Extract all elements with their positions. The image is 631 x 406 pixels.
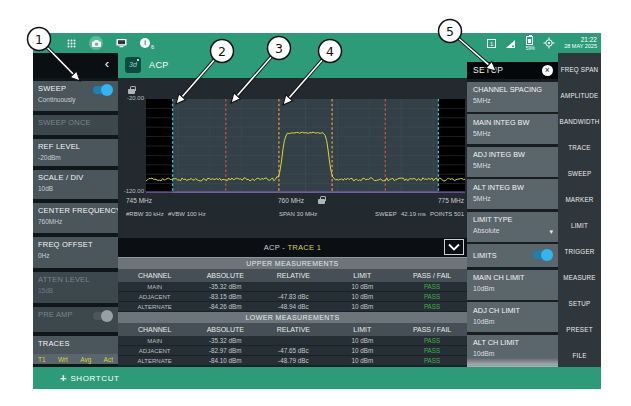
expand-measurements-button[interactable] — [444, 239, 464, 255]
table-row: ADJACENT-83.15 dBm-47.83 dBc10 dBmPASS — [118, 292, 467, 302]
setup-panel: SETUP × CHANNEL SPACING5MHzMAIN INTEG BW… — [467, 62, 558, 367]
x-tick-center: 760 MHz — [278, 197, 304, 204]
sidebar-item-pre-amp[interactable]: PRE AMP — [33, 307, 118, 332]
sidebar: SWEEPContinuouslySWEEP ONCEREF LEVEL-20d… — [33, 78, 118, 367]
x-tick-right: 775 MHz — [438, 197, 464, 204]
vbw-value: #VBW 100 Hz — [168, 211, 206, 217]
x-tick-left: 745 MHz — [126, 197, 152, 204]
camera-icon[interactable] — [89, 36, 103, 50]
table-row: MAIN-35.32 dBm10 dBmPASS — [118, 282, 467, 292]
pass-fail-value: PASS — [397, 283, 467, 290]
trace-selector-label: ACP - TRACE 1 — [118, 238, 467, 257]
documentation-figure: i6 1 59% 21:22 28 MAY 2025 — [0, 0, 631, 406]
date: 28 MAY 2025 — [564, 43, 597, 50]
setup-item-adj-ch-limit[interactable]: ADJ CH LIMIT10dBm — [467, 302, 558, 332]
chart-area: -20.00 -120.00 745 MHz 760 MHz 775 MHz #… — [118, 78, 467, 238]
table-row: MAIN-35.32 dBm10 dBmPASS — [118, 336, 467, 346]
pre-amp-toggle[interactable] — [93, 312, 112, 320]
menu-item-trace[interactable]: TRACE — [558, 134, 601, 160]
sidebar-item-atten-level[interactable]: ATTEN LEVEL15dB — [33, 272, 118, 303]
battery-icon: 59% — [525, 33, 534, 53]
setup-item-channel-spacing[interactable]: CHANNEL SPACING5MHz — [467, 82, 558, 112]
plus-icon: + — [60, 372, 66, 384]
acp-app-icon: 3d — [125, 57, 141, 73]
tab-title[interactable]: ACP — [149, 60, 169, 70]
pass-fail-value: PASS — [397, 337, 467, 344]
trace-tag[interactable]: Wrt — [58, 356, 68, 363]
menu-item-sweep[interactable]: SWEEP — [558, 160, 601, 186]
setup-item-alt-integ-bw[interactable]: ALT INTEG BW5MHz — [467, 179, 558, 209]
info-count: 6 — [151, 44, 154, 50]
trace-bar-prefix: ACP - — [264, 243, 288, 252]
right-menu: FREQ SPANAMPLITUDEBANDWIDTHTRACESWEEPMAR… — [558, 53, 601, 367]
menu-item-file[interactable]: FILE — [558, 342, 601, 368]
section-title: LOWER MEASUREMENTS — [118, 312, 467, 323]
sidebar-item-freq-offset[interactable]: FREQ OFFSET0Hz — [33, 237, 118, 268]
gps-icon — [543, 37, 555, 49]
menu-item-measure[interactable]: MEASURE — [558, 264, 601, 290]
apps-grid-icon[interactable] — [67, 39, 76, 48]
spectrum-plot[interactable] — [146, 99, 465, 193]
sweep-toggle[interactable] — [93, 86, 112, 94]
table-row: ADJACENT-82.97 dBm-47.65 dBc10 dBmPASS — [118, 346, 467, 356]
section-title: UPPER MEASUREMENTS — [118, 258, 467, 269]
menu-item-amplitude[interactable]: AMPLITUDE — [558, 82, 601, 108]
sidebar-item-ref-level[interactable]: REF LEVEL-20dBm — [33, 139, 118, 166]
shortcut-label: SHORTCUT — [70, 374, 119, 383]
trace-tag[interactable]: T1 — [38, 356, 46, 363]
sweep-status-row: #RBW 30 kHz #VBW 100 Hz SPAN 30 MHz SWEE… — [118, 211, 467, 219]
setup-panel-header: SETUP × — [467, 62, 558, 79]
setup-item-main-integ-bw[interactable]: MAIN INTEG BW5MHz — [467, 114, 558, 144]
setup-item-main-ch-limit[interactable]: MAIN CH LIMIT10dBm — [467, 270, 558, 300]
display-icon[interactable] — [116, 38, 127, 48]
sweep-label: SWEEP — [375, 211, 397, 217]
table-header-row: CHANNELABSOLUTERELATIVELIMITPASS / FAIL — [118, 323, 467, 336]
chevron-left-icon[interactable]: ‹ — [105, 56, 109, 71]
setup-item-limits[interactable]: LIMITS — [467, 244, 558, 267]
bottom-bar: + SHORTCUT — [33, 367, 601, 389]
menu-item-marker[interactable]: MARKER — [558, 186, 601, 212]
info-icon[interactable]: i6 — [140, 37, 154, 50]
scroll-fade — [467, 358, 558, 367]
setup-panel-title: SETUP — [473, 65, 503, 75]
menu-item-limit[interactable]: LIMIT — [558, 212, 601, 238]
menu-item-trigger[interactable]: TRIGGER — [558, 238, 601, 264]
span-value: SPAN 30 MHz — [279, 211, 317, 217]
time: 21:22 — [564, 36, 597, 43]
measurement-tables: UPPER MEASUREMENTSCHANNELABSOLUTERELATIV… — [118, 257, 467, 367]
pass-fail-value: PASS — [397, 347, 467, 354]
sidebar-item-scale-div[interactable]: SCALE / DIV10dB — [33, 170, 118, 199]
add-shortcut-button[interactable]: + SHORTCUT — [60, 367, 120, 389]
limits-toggle[interactable] — [533, 251, 552, 259]
menu-item-freq-span[interactable]: FREQ SPAN — [558, 56, 601, 82]
x-axis-labels: 745 MHz 760 MHz 775 MHz — [118, 197, 467, 206]
trace-selector-bar[interactable]: ACP - TRACE 1 — [118, 238, 467, 257]
table-row: ALTERNATE-84.26 dBm-48.94 dBc10 dBmPASS — [118, 302, 467, 312]
sidebar-item-center-frequency[interactable]: CENTER FREQUENCY760MHz — [33, 203, 118, 233]
clock: 21:22 28 MAY 2025 — [564, 36, 597, 50]
sidebar-item-sweep[interactable]: SWEEPContinuously — [33, 81, 118, 111]
table-row: ALTERNATE-84.10 dBm-48.79 dBc10 dBmPASS — [118, 356, 467, 366]
trace-tag[interactable]: Avg — [80, 356, 91, 363]
sidebar-collapse-bar[interactable]: ‹ — [33, 53, 118, 78]
setup-item-adj-integ-bw[interactable]: ADJ INTEG BW5MHz — [467, 147, 558, 177]
dropdown-caret-icon: ▾ — [549, 228, 553, 236]
setup-item-limit-type[interactable]: LIMIT TYPEAbsolute▾ — [467, 212, 558, 242]
topbar-left-icons: i6 — [67, 33, 154, 53]
menu-item-bandwidth[interactable]: BANDWIDTH — [558, 108, 601, 134]
sidebar-item-traces[interactable]: TRACEST1WrtAvgAct — [33, 336, 118, 364]
pass-fail-value: PASS — [397, 293, 467, 300]
sidebar-item-sweep-once[interactable]: SWEEP ONCE — [33, 115, 118, 135]
menu-item-preset[interactable]: PRESET — [558, 316, 601, 342]
frequency-lock-icon — [318, 199, 325, 204]
battery-percent: 59% — [523, 46, 537, 51]
pass-fail-value: PASS — [397, 303, 467, 310]
topbar-right-icons: 1 59% 21:22 28 MAY 2025 — [487, 33, 597, 53]
y-axis-bottom-label: -120.00 — [119, 188, 144, 194]
trace-tag[interactable]: Act — [104, 356, 113, 363]
close-icon[interactable]: × — [542, 65, 553, 76]
menu-item-setup[interactable]: SETUP — [558, 290, 601, 316]
y-axis-top-label: -20.00 — [119, 95, 144, 101]
points-value: POINTS 501 — [430, 211, 464, 217]
screens-icon[interactable]: 1 — [487, 39, 496, 48]
